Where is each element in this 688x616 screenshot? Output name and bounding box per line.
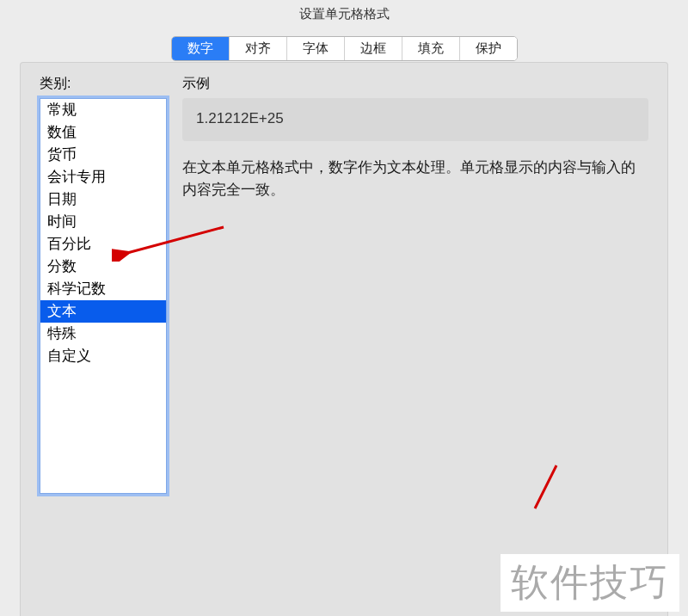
example-box: 1.21212E+25 (182, 98, 648, 141)
category-item[interactable]: 特殊 (40, 323, 166, 345)
watermark: 软件技巧 (501, 554, 679, 612)
category-item[interactable]: 货币 (40, 144, 166, 166)
tab-0[interactable]: 数字 (172, 37, 230, 60)
category-item[interactable]: 数值 (40, 121, 166, 144)
window-title: 设置单元格格式 (0, 0, 688, 28)
tab-5[interactable]: 保护 (460, 37, 517, 60)
category-item[interactable]: 时间 (40, 211, 166, 233)
example-value: 1.21212E+25 (196, 110, 284, 126)
tab-group: 数字对齐字体边框填充保护 (171, 36, 518, 61)
category-item[interactable]: 日期 (40, 188, 166, 211)
example-label: 示例 (182, 75, 648, 93)
tab-1[interactable]: 对齐 (230, 37, 287, 60)
category-item[interactable]: 常规 (40, 99, 166, 121)
content-panel: 类别: 常规数值货币会计专用日期时间百分比分数科学记数文本特殊自定义 示例 1.… (20, 62, 668, 616)
tab-3[interactable]: 边框 (345, 37, 402, 60)
tab-2[interactable]: 字体 (287, 37, 345, 60)
tab-4[interactable]: 填充 (402, 37, 460, 60)
category-item[interactable]: 文本 (40, 300, 166, 323)
category-item[interactable]: 分数 (40, 256, 166, 278)
category-item[interactable]: 自定义 (40, 345, 166, 367)
category-item[interactable]: 百分比 (40, 233, 166, 256)
category-item[interactable]: 会计专用 (40, 166, 166, 188)
category-label: 类别: (40, 75, 167, 93)
category-item[interactable]: 科学记数 (40, 278, 166, 300)
format-description: 在文本单元格格式中，数字作为文本处理。单元格显示的内容与输入的内容完全一致。 (182, 157, 648, 200)
category-list[interactable]: 常规数值货币会计专用日期时间百分比分数科学记数文本特殊自定义 (40, 98, 167, 494)
